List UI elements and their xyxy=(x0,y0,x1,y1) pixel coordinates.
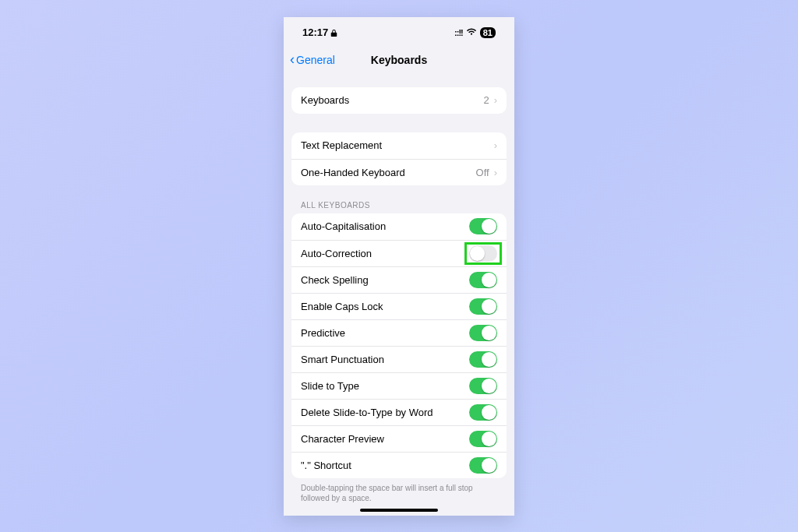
lock-icon xyxy=(330,28,337,37)
toggle-label: "." Shortcut xyxy=(301,460,351,471)
toggle-switch[interactable] xyxy=(469,404,497,421)
toggle-label: Slide to Type xyxy=(301,380,359,392)
toggle-label: Auto-Capitalisation xyxy=(301,220,386,232)
one-handed-keyboard-row[interactable]: One-Handed Keyboard Off › xyxy=(291,159,507,185)
section-header-all-keyboards: ALL KEYBOARDS xyxy=(291,201,507,213)
toggle-switch[interactable] xyxy=(469,351,497,368)
toggle-row: Character Preview xyxy=(291,425,507,452)
toggle-row: Slide to Type xyxy=(291,372,507,399)
toggle-knob xyxy=(470,246,485,261)
toggle-row: Auto-Correction xyxy=(291,240,507,266)
status-time: 12:17 xyxy=(302,26,328,38)
toggle-label: Auto-Correction xyxy=(301,248,372,259)
toggle-knob xyxy=(482,405,496,420)
toggle-label: Check Spelling xyxy=(301,274,369,286)
wifi-icon xyxy=(466,26,477,38)
toggle-label: Smart Punctuation xyxy=(301,354,384,365)
toggle-row: "." Shortcut xyxy=(291,452,507,478)
nav-bar: ‹ General Keyboards xyxy=(284,48,514,72)
toggle-label: Delete Slide-to-Type by Word xyxy=(301,407,433,418)
toggle-knob xyxy=(482,326,496,340)
toggle-row: Predictive xyxy=(291,319,507,346)
text-replacement-label: Text Replacement xyxy=(301,139,382,151)
toggle-switch[interactable] xyxy=(469,431,497,447)
keyboards-label: Keyboards xyxy=(301,94,349,106)
footer-text: Double-tapping the space bar will insert… xyxy=(291,478,507,504)
toggle-knob xyxy=(482,379,496,393)
back-button[interactable]: ‹ General xyxy=(290,48,335,72)
toggle-label: Enable Caps Lock xyxy=(301,301,383,312)
toggle-switch[interactable] xyxy=(469,457,497,474)
toggle-switch[interactable] xyxy=(469,272,497,288)
chevron-right-icon: › xyxy=(494,139,497,151)
one-handed-value: Off xyxy=(476,167,489,178)
keyboards-count: 2 xyxy=(483,94,489,106)
toggles-card: Auto-CapitalisationAuto-CorrectionCheck … xyxy=(291,213,507,478)
status-bar: 12:17 ::!! 81 xyxy=(284,17,514,48)
toggle-knob xyxy=(482,458,496,473)
phone-screen: 12:17 ::!! 81 ‹ General Keyboards Keyboa… xyxy=(284,17,514,516)
keyboards-row[interactable]: Keyboards 2 › xyxy=(291,87,507,114)
battery-indicator: 81 xyxy=(480,27,496,38)
toggle-knob xyxy=(482,432,496,446)
page-title: Keyboards xyxy=(371,54,427,66)
home-indicator xyxy=(360,509,438,512)
toggle-row: Delete Slide-to-Type by Word xyxy=(291,399,507,425)
toggle-knob xyxy=(482,299,496,314)
one-handed-label: One-Handed Keyboard xyxy=(301,167,405,178)
back-label: General xyxy=(296,54,335,66)
chevron-left-icon: ‹ xyxy=(290,52,295,66)
chevron-right-icon: › xyxy=(494,167,497,178)
toggle-switch[interactable] xyxy=(469,218,497,234)
toggle-switch[interactable] xyxy=(469,325,497,341)
toggle-row: Auto-Capitalisation xyxy=(291,213,507,240)
toggle-row: Enable Caps Lock xyxy=(291,293,507,319)
toggle-label: Predictive xyxy=(301,327,345,339)
toggle-switch[interactable] xyxy=(469,378,497,394)
toggle-switch[interactable] xyxy=(469,245,497,262)
chevron-right-icon: › xyxy=(494,94,497,106)
cellular-icon: ::!! xyxy=(454,28,463,37)
toggle-knob xyxy=(482,219,496,234)
toggle-knob xyxy=(482,352,496,367)
toggle-knob xyxy=(482,273,496,287)
toggle-label: Character Preview xyxy=(301,433,384,445)
toggle-switch[interactable] xyxy=(469,298,497,315)
toggle-row: Check Spelling xyxy=(291,266,507,293)
text-replacement-row[interactable]: Text Replacement › xyxy=(291,132,507,159)
toggle-row: Smart Punctuation xyxy=(291,346,507,372)
